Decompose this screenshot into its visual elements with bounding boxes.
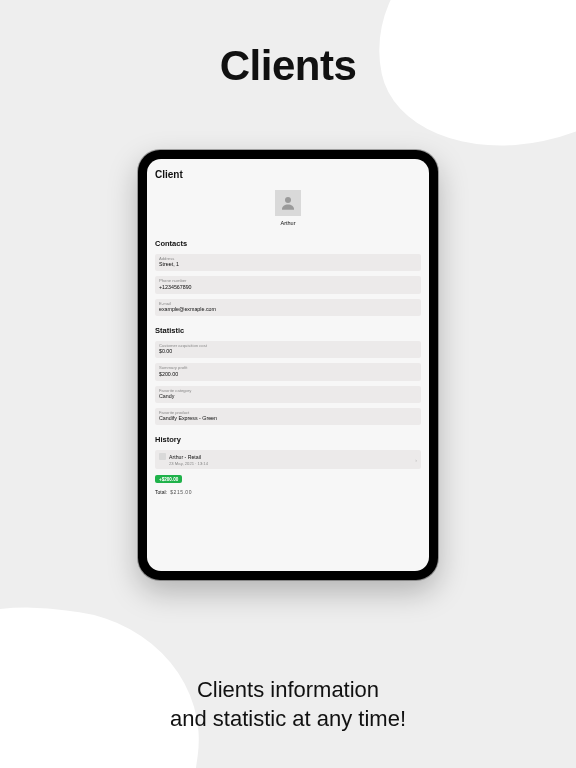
stat-row-fav-category: Favorite category Candy — [155, 386, 421, 403]
stat-row-acq-cost: Customer acquisition cost $0.00 — [155, 341, 421, 358]
row-value: Street, 1 — [159, 261, 417, 268]
page-subtitle: Clients information and statistic at any… — [0, 675, 576, 734]
contacts-title: Contacts — [155, 239, 421, 248]
contact-row-email[interactable]: E-mail example@exmaple.com — [155, 299, 421, 316]
history-item-name: Arthur - Retail — [169, 454, 201, 460]
stat-row-profit: Summary profit $200.00 — [155, 363, 421, 380]
subtitle-line1: Clients information — [197, 677, 379, 702]
total-value: $215.00 — [170, 489, 192, 495]
contact-row-address[interactable]: Address Street, 1 — [155, 254, 421, 271]
row-value: $0.00 — [159, 348, 417, 355]
history-item-icon — [159, 453, 166, 460]
subtitle-line2: and statistic at any time! — [170, 706, 406, 731]
history-total: Total: $215.00 — [155, 489, 421, 495]
row-value: +1234567890 — [159, 284, 417, 291]
stat-row-fav-product: Favorite product Candify Express - Green — [155, 408, 421, 425]
row-value: Candy — [159, 393, 417, 400]
chevron-right-icon: › — [415, 457, 417, 463]
history-item-date: 23 May, 2021 · 13:14 — [169, 461, 417, 466]
total-label: Total: — [155, 489, 167, 495]
row-value: example@exmaple.com — [159, 306, 417, 313]
svg-point-0 — [285, 197, 291, 203]
tablet-screen: Client Arthur Contacts Address Street, 1… — [147, 159, 429, 571]
row-value: Candify Express - Green — [159, 415, 417, 422]
history-title: History — [155, 435, 421, 444]
history-item[interactable]: Arthur - Retail 23 May, 2021 · 13:14 › — [155, 450, 421, 469]
statistic-title: Statistic — [155, 326, 421, 335]
tablet-frame: Client Arthur Contacts Address Street, 1… — [138, 150, 438, 580]
avatar-placeholder-icon — [275, 190, 301, 216]
page-title: Clients — [0, 42, 576, 90]
contact-row-phone[interactable]: Phone number +1234567890 — [155, 276, 421, 293]
client-name: Arthur — [281, 220, 296, 226]
client-avatar-block: Arthur — [155, 190, 421, 226]
profit-badge: +$200.00 — [155, 475, 182, 483]
row-value: $200.00 — [159, 371, 417, 378]
screen-heading: Client — [155, 169, 421, 180]
